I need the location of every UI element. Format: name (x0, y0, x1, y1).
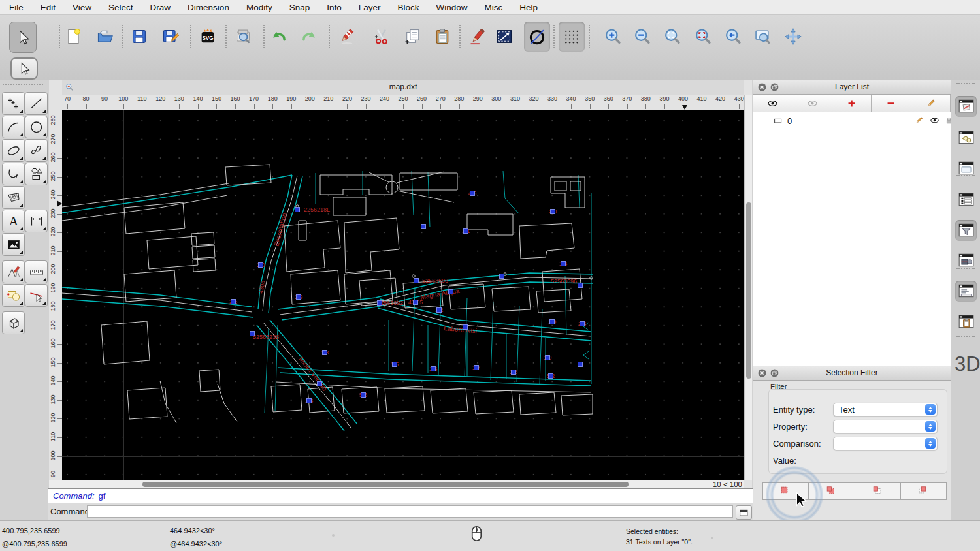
line-from-points-button[interactable] (491, 22, 517, 52)
point-tools-button[interactable] (2, 92, 25, 115)
delete-entities-button[interactable] (334, 22, 360, 52)
intersect-selection-button[interactable] (900, 482, 947, 500)
add-to-selection-button[interactable] (808, 482, 855, 500)
clipboard-panel-button[interactable] (955, 311, 977, 332)
close-icon[interactable] (757, 368, 767, 378)
layer-row[interactable]: 0 (753, 114, 951, 128)
shape-tools-button[interactable] (25, 163, 48, 185)
modify-pencil-button[interactable] (465, 22, 491, 52)
circle-tools-button[interactable] (25, 116, 48, 138)
property-editor-button[interactable] (955, 96, 977, 117)
hruler-label: 380 (641, 95, 651, 102)
selection-pointer-button[interactable] (9, 22, 37, 53)
spline-tools-button[interactable] (25, 139, 48, 162)
horizontal-scrollbar-thumb[interactable] (142, 482, 629, 487)
shape-tools-icon (29, 166, 44, 182)
ellipse-tools-button[interactable] (2, 139, 25, 162)
filter-select[interactable] (833, 437, 938, 450)
menu-layer[interactable]: Layer (359, 3, 381, 12)
menu-modify[interactable]: Modify (246, 3, 272, 12)
layer-eye[interactable] (930, 116, 939, 125)
hruler-tick (385, 104, 385, 109)
horizontal-scrollbar[interactable]: 10 < 100 (49, 480, 744, 488)
viewport-tools-button[interactable] (2, 311, 25, 334)
snap-tools-button[interactable] (2, 284, 25, 307)
selection-filter-toggle-button[interactable] (955, 220, 977, 241)
open-file-button[interactable] (92, 22, 118, 52)
drawing-canvas[interactable]: 2256218L4 52 01 11 01 452563693525636965… (62, 110, 744, 480)
text-tools-button[interactable]: A (2, 210, 25, 232)
edit-layer-row[interactable] (914, 116, 924, 125)
close-icon[interactable] (757, 82, 767, 92)
undo-button[interactable] (266, 22, 292, 52)
menu-window[interactable]: Window (436, 3, 468, 12)
command-input[interactable] (87, 505, 733, 518)
copy-button[interactable] (400, 22, 426, 52)
menu-block[interactable]: Block (398, 3, 419, 12)
menu-draw[interactable]: Draw (150, 3, 171, 12)
cut-button[interactable] (369, 22, 395, 52)
arc-tools-button[interactable] (2, 116, 25, 138)
select-tools-button[interactable] (25, 284, 48, 307)
selected-text-marker (551, 210, 555, 214)
add-layer-button[interactable] (832, 95, 872, 112)
menu-select[interactable]: Select (108, 3, 133, 12)
detach-icon[interactable] (770, 368, 779, 378)
zoom-window-button[interactable] (749, 22, 776, 52)
dimension-tools-button[interactable] (25, 210, 48, 232)
menu-misc[interactable]: Misc (485, 3, 503, 12)
save-as-button[interactable] (157, 22, 184, 52)
menu-view[interactable]: View (73, 3, 91, 12)
measure-tools-button[interactable] (25, 260, 48, 283)
command-widget: Command: gf Command: (48, 488, 753, 520)
selection-pointer-button-2[interactable] (10, 57, 38, 80)
vertical-scrollbar[interactable] (744, 95, 752, 480)
menu-help[interactable]: Help (519, 3, 538, 12)
filter-select[interactable]: Text (833, 403, 938, 417)
filter-select[interactable] (833, 420, 938, 433)
hatch-tools-button[interactable] (2, 186, 25, 209)
pan-button[interactable] (780, 22, 806, 52)
redo-button[interactable] (296, 22, 322, 52)
command-line-toggle-button[interactable] (955, 281, 977, 302)
polyline-tools-button[interactable] (2, 163, 25, 185)
show-all-layers-button[interactable] (753, 95, 792, 112)
paste-button[interactable] (429, 22, 455, 52)
command-options-button[interactable] (736, 505, 752, 520)
chevron-up-down-icon[interactable] (925, 421, 936, 432)
menu-snap[interactable]: Snap (289, 3, 310, 12)
chevron-up-down-icon[interactable] (925, 404, 936, 415)
block-list-button[interactable] (955, 127, 977, 148)
remove-from-selection-button[interactable] (855, 482, 901, 500)
zoom-selection-button[interactable] (690, 22, 716, 52)
line-tools-button[interactable] (25, 92, 48, 115)
svg-export-button[interactable]: SVG (195, 22, 221, 52)
selected-text-marker (259, 263, 263, 268)
edit-layer-button[interactable] (911, 95, 951, 112)
modify-tools-button[interactable] (2, 260, 25, 283)
grid-toggle-button[interactable] (559, 22, 585, 52)
new-file-button[interactable] (61, 22, 87, 52)
selected-text-marker (295, 208, 300, 212)
menu-edit[interactable]: Edit (41, 3, 56, 12)
save-button[interactable] (126, 22, 152, 52)
vertical-scrollbar-thumb[interactable] (746, 202, 751, 379)
detach-icon[interactable] (770, 82, 779, 92)
menu-dimension[interactable]: Dimension (188, 3, 229, 12)
selected-text-marker (550, 320, 555, 324)
hide-all-layers-button[interactable] (792, 95, 832, 112)
image-tools-button[interactable] (2, 233, 25, 256)
menu-info[interactable]: Info (327, 3, 342, 12)
filter-field-value: Value: (773, 453, 940, 467)
menu-file[interactable]: File (9, 3, 24, 12)
previous-view-button[interactable] (720, 22, 746, 52)
vruler-label: 220 (50, 224, 56, 240)
zoom-out-button[interactable] (629, 22, 655, 52)
layer-list-toggle-button[interactable] (955, 189, 977, 210)
auto-zoom-button[interactable] (659, 22, 685, 52)
zoom-in-button[interactable] (600, 22, 626, 52)
chevron-up-down-icon[interactable] (925, 438, 936, 449)
restrict-off-button[interactable] (524, 22, 550, 52)
print-preview-button[interactable] (230, 22, 256, 52)
remove-layer-button[interactable] (871, 95, 911, 112)
